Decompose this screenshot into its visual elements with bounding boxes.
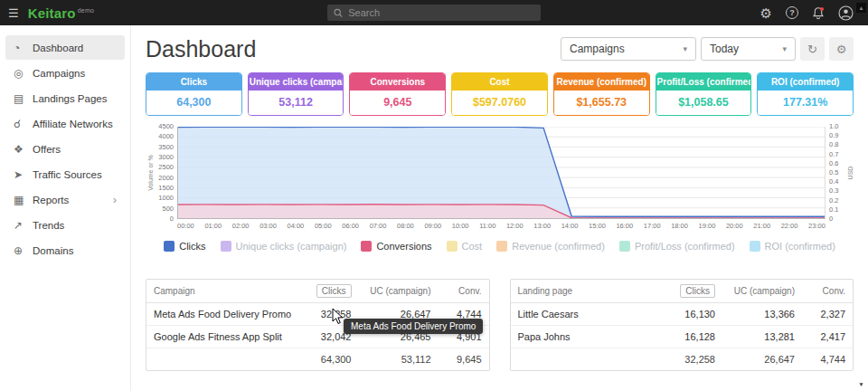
metric-card-cost: Cost$597.0760 (451, 72, 548, 116)
search-bar[interactable] (327, 5, 541, 21)
tick-label: 06:00 (342, 222, 359, 230)
search-input[interactable] (348, 7, 534, 18)
dashboard-controls: Campaigns ▾ Today ▾ ↻ ⚙ (561, 37, 854, 61)
sidebar-item-traffic-sources[interactable]: ➤Traffic Sources (5, 162, 125, 186)
scroll-down-arrow[interactable]: ▼ (856, 379, 866, 389)
scroll-up-arrow[interactable]: ▲ (856, 3, 866, 13)
legend-label: Clicks (179, 241, 205, 252)
legend-item-unique-clicks-campaign[interactable]: Unique clicks (campaign) (221, 241, 347, 252)
table-header-row: Landing pageClicksUC (campaign)Conv. (511, 280, 854, 303)
sidebar-item-campaigns[interactable]: ◎Campaigns (5, 61, 125, 85)
keitaro-logo[interactable]: Keitarodemo (28, 5, 94, 21)
metric-cards: Clicks64,300Unique clicks (campaign)53,1… (146, 72, 854, 116)
legend-swatch (619, 241, 630, 252)
refresh-button[interactable]: ↻ (800, 37, 825, 61)
metric-card-roi-confirmed: ROI (confirmed)177.31% (757, 72, 854, 116)
legend-item-revenue-confirmed[interactable]: Revenue (confirmed) (496, 241, 605, 252)
sorted-column-label: Clicks (680, 284, 715, 298)
sidebar-item-affiliate-networks[interactable]: ☌Affiliate Networks (5, 111, 125, 136)
bell-icon[interactable] (812, 6, 825, 20)
metric-card-title: Cost (452, 73, 547, 91)
table-header-row: CampaignClicksUC (campaign)Conv. (146, 280, 489, 303)
sorted-column-label: Clicks (316, 284, 352, 298)
sidebar-item-label: Campaigns (33, 68, 85, 79)
metric-card-value: $597.0760 (452, 91, 547, 115)
dashboard-settings-button[interactable]: ⚙ (829, 37, 854, 61)
metric-card-title: Unique clicks (campaign) (249, 73, 344, 91)
column-header-uc-campaign[interactable]: UC (campaign) (359, 280, 439, 303)
cell-value: 16,130 (666, 303, 722, 326)
topbar-actions: ⚙ ? (760, 5, 868, 21)
table-row[interactable]: Little Caesars16,13013,3662,327 (511, 303, 854, 326)
cell-value: 13,281 (722, 326, 802, 348)
legend-item-roi-confirmed[interactable]: ROI (confirmed) (750, 241, 835, 252)
legend-item-profit-loss-confirmed[interactable]: Profit/Loss (confirmed) (619, 241, 735, 252)
refresh-icon: ↻ (807, 43, 817, 56)
legend-item-cost[interactable]: Cost (447, 241, 483, 252)
tag-icon: ❖ (14, 143, 33, 156)
cell-name: Papa Johns (511, 326, 667, 348)
help-icon[interactable]: ? (786, 6, 798, 19)
sidebar-item-label: Dashboard (33, 43, 83, 53)
y-axis-title-right-text: USD (846, 167, 853, 180)
sidebar-item-label: Offers (33, 144, 61, 155)
legend-item-conversions[interactable]: Conversions (361, 241, 431, 252)
cell-name: Meta Ads Food Delivery Promo (146, 303, 303, 326)
campaigns-filter-select[interactable]: Campaigns ▾ (561, 37, 696, 61)
account-icon[interactable] (838, 5, 854, 21)
settings-icon: ⚙ (836, 43, 847, 56)
tick-label: 10:00 (452, 222, 469, 230)
y-axis-title-left: Volume or % (146, 127, 154, 219)
metric-card-value: 177.31% (758, 91, 853, 115)
mouse-cursor (332, 308, 344, 326)
sidebar-item-offers[interactable]: ❖Offers (5, 137, 125, 161)
tick-label: 14:00 (561, 222, 579, 230)
sidebar-item-dashboard[interactable]: ◔Dashboard (5, 35, 125, 60)
tick-label: 01:00 (204, 222, 222, 230)
column-header-uc-campaign[interactable]: UC (campaign) (722, 280, 802, 303)
tick-label: 23:00 (808, 222, 826, 230)
column-header-conv[interactable]: Conv. (802, 280, 853, 303)
chevron-down-icon: ▾ (683, 44, 687, 53)
legend-swatch (750, 241, 760, 252)
metric-card-clicks: Clicks64,300 (146, 72, 242, 116)
total-value: 26,647 (722, 348, 802, 371)
tick-label: 16:00 (616, 222, 633, 230)
column-header-clicks[interactable]: Clicks (666, 280, 722, 303)
sidebar-item-reports[interactable]: ▦Reports› (5, 187, 125, 212)
column-header-conv[interactable]: Conv. (439, 280, 489, 303)
menu-icon[interactable]: ☰ (0, 6, 28, 20)
metric-card-unique-clicks-campaign: Unique clicks (campaign)53,112 (248, 72, 344, 116)
tick-label: 12:00 (506, 222, 524, 230)
tick-label: 20:00 (726, 222, 743, 230)
chart-legend: ClicksUnique clicks (campaign)Conversion… (146, 241, 854, 252)
chart-body: Volume or % 4500400035003000250020001500… (146, 127, 854, 219)
cell-value: 13,366 (722, 303, 802, 326)
column-header-landing-page[interactable]: Landing page (511, 280, 667, 303)
sidebar-item-trends[interactable]: ↗Trends (5, 213, 125, 237)
plot-area (177, 127, 826, 219)
column-header-clicks[interactable]: Clicks (303, 280, 359, 303)
tick-label: 15:00 (589, 222, 606, 230)
tick-label: 13:00 (533, 222, 551, 230)
sidebar-item-landings-pages[interactable]: ▤Landings Pages (5, 86, 125, 110)
metric-card-title: Clicks (146, 73, 241, 91)
table-row[interactable]: Papa Johns16,12813,2812,417 (511, 326, 854, 348)
sidebar-item-domains[interactable]: ⊕Domains (5, 238, 125, 262)
landings-table: Landing pageClicksUC (campaign)Conv. Lit… (510, 279, 854, 371)
sidebar-item-label: Trends (33, 220, 64, 231)
column-header-campaign[interactable]: Campaign (146, 280, 303, 303)
tick-label: 00:00 (177, 222, 194, 230)
sidebar: ◔Dashboard◎Campaigns▤Landings Pages☌Affi… (0, 25, 131, 391)
legend-item-clicks[interactable]: Clicks (164, 241, 205, 252)
metric-card-value: 64,300 (146, 91, 241, 115)
legend-label: ROI (confirmed) (765, 241, 835, 252)
cell-name: Google Ads Fitness App Split (146, 326, 303, 348)
tick-label: 09:00 (424, 222, 441, 230)
gear-icon[interactable]: ⚙ (760, 6, 772, 20)
y-axis-left-ticks: 450040003500300025002000150010005000 (154, 127, 177, 219)
avatar-glyph (838, 5, 854, 21)
date-range-select[interactable]: Today ▾ (701, 37, 796, 61)
sidebar-item-label: Affiliate Networks (33, 119, 113, 129)
page-title: Dashboard (146, 36, 256, 62)
